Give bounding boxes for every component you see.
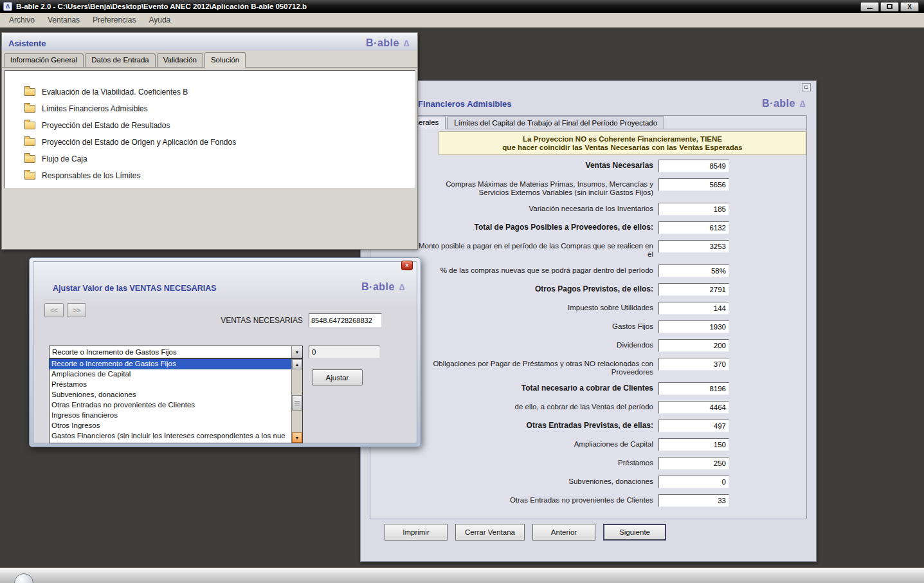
adjustment-combobox[interactable]: Recorte o Incremento de Gastos Fijos ▼	[49, 346, 303, 358]
app-icon: ∆	[3, 2, 12, 11]
warning-line-2: que hacer coincidir las Ventas Necesaria…	[502, 143, 742, 151]
close-button[interactable]: X	[900, 2, 919, 12]
dialog-close-button[interactable]: ×	[401, 261, 413, 270]
solucion-report-list: Evaluación de la Viabilidad. Coeficiente…	[5, 70, 415, 189]
dropdown-scrollbar[interactable]: ▲ ▼	[291, 359, 302, 443]
combo-option[interactable]: Préstamos	[50, 380, 291, 390]
value-field[interactable]: 1930	[658, 320, 729, 333]
value-field[interactable]: 58%	[658, 264, 729, 277]
menu-archivo[interactable]: Archivo	[3, 14, 41, 26]
start-button[interactable]	[14, 573, 33, 583]
asistente-titlebar[interactable]: Asistente B·able∆	[2, 33, 417, 51]
minimize-button[interactable]	[860, 2, 879, 12]
value-field[interactable]: 6132	[658, 221, 729, 234]
next-record-button[interactable]: >>	[67, 303, 86, 317]
list-item-proyeccion-del-estado-de-resultados[interactable]: Proyección del Estado de Resultados	[5, 117, 415, 134]
list-item-responsables-de-los-limites[interactable]: Responsables de los Límites	[5, 167, 415, 184]
bable-triangle-icon: ∆	[800, 98, 806, 109]
window-title: B-able 2.0 - C:\Users\Benja\Desktop\Even…	[16, 3, 307, 10]
folder-icon	[24, 138, 35, 146]
combobox-dropdown-icon[interactable]: ▼	[291, 346, 302, 358]
value-field[interactable]: 250	[658, 457, 729, 470]
value-field[interactable]: 8549	[658, 160, 729, 172]
tab-limites-del-capital-de-trabajo-al-final-del-periodo-proyectado[interactable]: Límites del Capital de Trabajo al Final …	[447, 116, 664, 129]
limites-rows: Ventas Necesarias8549Compras Máximas de …	[417, 160, 729, 507]
value-field[interactable]: 8196	[658, 382, 729, 395]
folder-icon	[24, 155, 35, 163]
coherence-warning: La Proyeccion NO es Coherente Financiera…	[439, 131, 806, 155]
menu-bar: ArchivoVentanasPreferenciasAyuda	[0, 13, 924, 28]
limites-row: Total de Pagos Posibles a Proveedores, d…	[417, 221, 729, 234]
cerrar-ventana-button[interactable]: Cerrar Ventana	[455, 524, 525, 541]
limites-row: Otros Pagos Previstos, de ellos:2791	[417, 283, 729, 296]
list-item-limites-financieros-admisibles[interactable]: Límites Financieros Admisibles	[5, 100, 415, 117]
limites-panel: Límites GeneralesLímites del Capital de …	[370, 115, 807, 519]
list-item-flujo-de-caja[interactable]: Flujo de Caja	[5, 151, 415, 167]
limites-row: Compras Máximas de Materias Primas, Insu…	[417, 178, 729, 197]
value-field[interactable]: 5656	[658, 178, 729, 191]
value-field[interactable]: 497	[658, 420, 729, 432]
combo-option[interactable]: Gastos Financieros (sin incluir los Inte…	[50, 431, 291, 441]
limites-row: Subveniones, donaciones0	[417, 476, 729, 488]
bable-triangle-icon: ∆	[404, 38, 410, 48]
bable-triangle-icon: ∆	[399, 282, 405, 292]
folder-icon	[24, 88, 35, 96]
limites-row: Ventas Necesarias8549	[417, 160, 729, 172]
dialog-title: Ajustar Valor de las VENTAS NECESARIAS	[53, 284, 217, 293]
list-item-evaluacion-de-la-viabilidad-coeficientes-b[interactable]: Evaluación de la Viabilidad. Coeficiente…	[5, 84, 415, 100]
value-field[interactable]: 2791	[658, 283, 729, 296]
value-field[interactable]: 0	[658, 476, 729, 488]
value-field[interactable]: 144	[658, 302, 729, 315]
window-titlebar[interactable]: ∆ B-able 2.0 - C:\Users\Benja\Desktop\Ev…	[0, 0, 924, 13]
siguiente-button[interactable]: Siguiente	[603, 524, 666, 541]
ajustar-button[interactable]: Ajustar	[312, 369, 363, 385]
list-item-proyeccion-del-estado-de-origen-y-aplicacion-de-fondos[interactable]: Proyección del Estado de Origen y Aplica…	[5, 134, 415, 151]
maximize-icon	[887, 4, 892, 9]
combo-option[interactable]: Ampliaciones de Capital	[50, 369, 291, 380]
menu-ventanas[interactable]: Ventanas	[41, 14, 86, 26]
folder-icon	[24, 122, 35, 129]
value-field[interactable]: 150	[658, 438, 729, 451]
previous-record-button[interactable]: <<	[44, 303, 64, 317]
combo-option[interactable]: Subveniones, donaciones	[50, 390, 291, 400]
ventas-necesarias-label: VENTAS NECESARIAS	[126, 316, 303, 325]
ajustar-dialog: × Ajustar Valor de las VENTAS NECESARIAS…	[29, 257, 421, 447]
tab-datos-de-entrada[interactable]: Datos de Entrada	[85, 53, 156, 67]
value-field[interactable]: 33	[658, 494, 729, 507]
combo-option[interactable]: Recorte o Incremento de Gastos Fijos	[50, 359, 291, 369]
ventas-necesarias-input[interactable]: 8548.64728268832	[309, 313, 382, 328]
scrollbar-thumb[interactable]	[292, 395, 302, 411]
combo-option[interactable]: Otras Entradas no provenientes de Client…	[50, 400, 291, 411]
value-field[interactable]: 4464	[658, 401, 729, 414]
taskbar	[0, 568, 924, 583]
scroll-up-icon[interactable]: ▲	[292, 359, 302, 369]
asistente-window: Asistente B·able∆ Información GeneralDat…	[1, 32, 418, 250]
limites-titlebar[interactable]: Límites Financieros Admisibles B·able∆	[361, 95, 816, 112]
scroll-down-icon[interactable]: ▼	[292, 432, 302, 443]
tab-validacion[interactable]: Validación	[157, 53, 203, 67]
limites-row: Variación necesaria de los Inventarios18…	[417, 203, 729, 216]
tab-informacion-general[interactable]: Información General	[4, 53, 84, 67]
value-field[interactable]: 185	[658, 203, 729, 216]
limites-row: Otras Entradas no provenientes de Client…	[417, 494, 729, 507]
limites-row: Total necesario a cobrar de Clientes8196	[417, 382, 729, 395]
combo-option[interactable]: Ingresos financieros	[50, 411, 291, 421]
asistente-tab-strip: Información GeneralDatos de EntradaValid…	[2, 52, 417, 68]
value-field[interactable]: 3253	[658, 240, 729, 253]
bable-logo: B·able∆	[762, 98, 806, 109]
menu-ayuda[interactable]: Ayuda	[142, 14, 177, 26]
warning-line-1: La Proyeccion NO es Coherente Financiera…	[523, 135, 722, 143]
limites-row: de ello, a cobrar de las Ventas del perí…	[417, 401, 729, 414]
bable-logo: B·able∆	[361, 281, 405, 293]
maximize-button[interactable]	[880, 2, 899, 12]
menu-preferencias[interactable]: Preferencias	[86, 14, 142, 26]
limites-window-restore-icon[interactable]	[802, 83, 811, 91]
combo-option[interactable]: Otros Ingresos	[50, 421, 291, 431]
imprimir-button[interactable]: Imprimir	[385, 524, 448, 541]
anterior-button[interactable]: Anterior	[532, 524, 595, 541]
value-field[interactable]: 370	[658, 358, 729, 371]
folder-icon	[24, 172, 35, 180]
value-field[interactable]: 200	[658, 339, 729, 352]
tab-solucion[interactable]: Solución	[204, 52, 246, 68]
adjustment-amount-input[interactable]: 0	[309, 346, 380, 358]
